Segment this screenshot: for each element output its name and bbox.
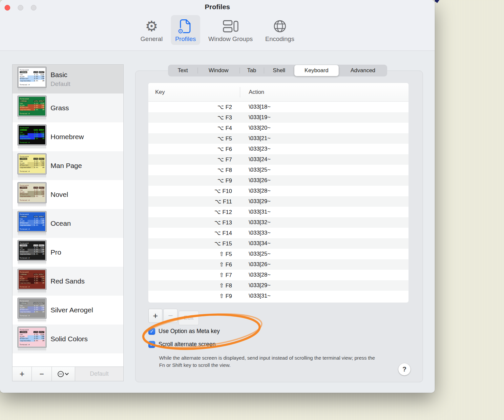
thumbnail-reflection: [18, 262, 46, 265]
key-cell: ⌥ F15: [148, 240, 240, 247]
gear-icon: ⚙: [145, 18, 158, 35]
toolbar-item-profiles[interactable]: ⚙ Profiles: [171, 15, 200, 45]
key-cell: ⌥ F2: [148, 104, 240, 111]
toolbar-item-general[interactable]: ⚙ General: [136, 15, 167, 45]
profile-row-silver-aerogel[interactable]: Terminal#COMMAND%CPURPRVTtop4.1%231KXcod…: [12, 296, 123, 325]
toolbar-item-encodings[interactable]: Encodings: [261, 15, 299, 45]
shortcut-row[interactable]: ⌥ F6\033[23~: [148, 144, 409, 154]
profile-thumbnail: Terminal#COMMAND%CPURPRVTtop4.1%231KXcod…: [18, 67, 46, 88]
profile-row-homebrew[interactable]: Terminal#COMMAND%CPURPRVTtop4.1%231KXcod…: [12, 122, 123, 151]
action-cell: \033[34~: [240, 240, 271, 247]
profile-document-icon: ⚙: [180, 18, 191, 35]
tab-keyboard[interactable]: Keyboard: [294, 65, 339, 76]
edit-key-button[interactable]: Edit: [178, 311, 199, 325]
tab-advanced[interactable]: Advanced: [339, 65, 387, 76]
shortcut-row[interactable]: ⌥ F14\033[33~: [148, 228, 409, 238]
help-button[interactable]: ?: [398, 363, 410, 375]
action-cell: \033[26~: [240, 261, 271, 268]
thumbnail-reflection: [18, 204, 46, 207]
shortcut-row[interactable]: ⌥ F8\033[25~: [148, 165, 409, 175]
profile-row-man-page[interactable]: Terminal#COMMAND%CPURPRVTtop4.1%231KXcod…: [12, 151, 123, 180]
profile-thumbnail: Terminal#COMMAND%CPURPRVTtop4.1%231KXcod…: [18, 327, 46, 347]
window-groups-icon: [223, 18, 239, 35]
thumbnail-reflection: [18, 348, 46, 351]
profile-name: Pro: [51, 248, 61, 256]
profile-row-red-sands[interactable]: Terminal#COMMAND%CPURPRVTtop4.1%231KXcod…: [12, 267, 123, 296]
key-cell: ⇧ F5: [148, 251, 240, 258]
profile-row-pro[interactable]: Terminal#COMMAND%CPURPRVTtop4.1%231KXcod…: [12, 238, 123, 267]
shortcut-row[interactable]: ⌥ F7\033[24~: [148, 154, 409, 165]
profile-row-ocean[interactable]: Terminal#COMMAND%CPURPRVTtop4.1%231KXcod…: [12, 209, 123, 238]
use-option-as-meta-key-checkbox[interactable]: ✓ Use Option as Meta key: [148, 328, 220, 335]
profile-thumbnail: Terminal#COMMAND%CPURPRVTtop4.1%231KXcod…: [18, 211, 46, 232]
tab-shell[interactable]: Shell: [264, 65, 294, 76]
action-cell: \033[24~: [240, 156, 271, 163]
remove-profile-button[interactable]: −: [32, 367, 52, 381]
globe-icon: [273, 18, 287, 35]
key-cell: ⌥ F14: [148, 230, 240, 237]
thumbnail-reflection: [18, 89, 46, 92]
add-key-button[interactable]: +: [148, 309, 162, 323]
add-profile-button[interactable]: +: [12, 367, 32, 381]
profile-name: Silver Aerogel: [51, 306, 93, 314]
thumbnail-reflection: [18, 291, 46, 294]
shortcut-row[interactable]: ⇧ F9\033[31~: [148, 291, 409, 301]
table-body: ⌥ F2\033[18~⌥ F3\033[19~⌥ F4\033[20~⌥ F5…: [148, 102, 409, 301]
checkbox-checked-icon: ✓: [148, 328, 155, 335]
profile-thumbnail: Terminal#COMMAND%CPURPRVTtop4.1%231KXcod…: [18, 298, 46, 319]
shortcut-row[interactable]: ⇧ F5\033[25~: [148, 249, 409, 259]
checkbox-label: Scroll alternate screen: [158, 341, 216, 348]
action-cell: \033[25~: [240, 167, 271, 173]
thumbnail-reflection: [18, 320, 46, 323]
action-cell: \033[28~: [240, 272, 271, 278]
shortcut-row[interactable]: ⌥ F12\033[31~: [148, 207, 409, 217]
profile-actions-menu-button[interactable]: [52, 367, 75, 381]
profile-row-novel[interactable]: Terminal#COMMAND%CPURPRVTtop4.1%231KXcod…: [12, 180, 123, 209]
thumbnail-reflection: [18, 175, 46, 178]
remove-key-button[interactable]: −: [163, 309, 178, 323]
shortcut-row[interactable]: ⌥ F13\033[32~: [148, 217, 409, 228]
profile-row-solid-colors[interactable]: Terminal#COMMAND%CPURPRVTtop4.1%231KXcod…: [12, 325, 123, 353]
ellipsis-circle-chevron-icon: [57, 370, 69, 378]
profile-thumbnail: Terminal#COMMAND%CPURPRVTtop4.1%231KXcod…: [18, 154, 46, 174]
thumbnail-reflection: [18, 233, 46, 236]
thumbnail-reflection: [18, 117, 46, 120]
shortcut-row[interactable]: ⌥ F3\033[19~: [148, 112, 409, 123]
scroll-alternate-screen-checkbox[interactable]: ✓ Scroll alternate screen: [148, 341, 216, 348]
shortcut-row[interactable]: ⌥ F11\033[29~: [148, 196, 409, 207]
terminal-preferences-window: Profiles ⚙ General ⚙ Profiles: [0, 0, 435, 393]
profile-row-grass[interactable]: Terminal#COMMAND%CPURPRVTtop4.1%231KXcod…: [12, 94, 123, 122]
profile-name: Basic: [51, 71, 70, 79]
shortcut-row[interactable]: ⌥ F2\033[18~: [148, 102, 409, 112]
key-cell: ⌥ F11: [148, 198, 240, 205]
shortcut-row[interactable]: ⇧ F8\033[29~: [148, 280, 409, 291]
key-cell: ⌥ F5: [148, 135, 240, 142]
tab-tab[interactable]: Tab: [240, 65, 264, 76]
profile-thumbnail: Terminal#COMMAND%CPURPRVTtop4.1%231KXcod…: [18, 240, 46, 261]
set-default-button[interactable]: Default: [75, 367, 123, 381]
toolbar-item-window-groups[interactable]: Window Groups: [204, 15, 257, 45]
profile-name: Grass: [51, 104, 69, 112]
shortcut-row[interactable]: ⌥ F5\033[21~: [148, 133, 409, 144]
shortcut-row[interactable]: ⌥ F4\033[20~: [148, 123, 409, 133]
shortcut-row[interactable]: ⌥ F10\033[28~: [148, 186, 409, 196]
key-cell: ⌥ F7: [148, 156, 240, 163]
shortcut-row[interactable]: ⌥ F15\033[34~: [148, 238, 409, 249]
shortcut-row[interactable]: ⇧ F6\033[26~: [148, 259, 409, 270]
table-header: Key Action: [148, 83, 409, 102]
action-cell: \033[32~: [240, 219, 271, 226]
tab-window[interactable]: Window: [198, 65, 240, 76]
key-cell: ⌥ F12: [148, 209, 240, 216]
profile-thumbnail: Terminal#COMMAND%CPURPRVTtop4.1%231KXcod…: [18, 269, 46, 290]
shortcut-row[interactable]: ⌥ F9\033[26~: [148, 175, 409, 186]
key-cell: ⌥ F9: [148, 177, 240, 184]
profile-row-basic[interactable]: Terminal#COMMAND%CPURPRVTtop4.1%231KXcod…: [12, 65, 123, 94]
action-cell: \033[20~: [240, 125, 271, 131]
tab-text[interactable]: Text: [168, 65, 198, 76]
keyboard-shortcuts-table[interactable]: Key Action ⌥ F2\033[18~⌥ F3\033[19~⌥ F4\…: [148, 83, 409, 303]
key-cell: ⌥ F3: [148, 114, 240, 121]
alternate-screen-help-text: While the alternate screen is displayed,…: [159, 354, 376, 368]
profile-name: Novel: [51, 191, 68, 199]
column-separator: [240, 87, 240, 97]
shortcut-row[interactable]: ⇧ F7\033[28~: [148, 270, 409, 280]
